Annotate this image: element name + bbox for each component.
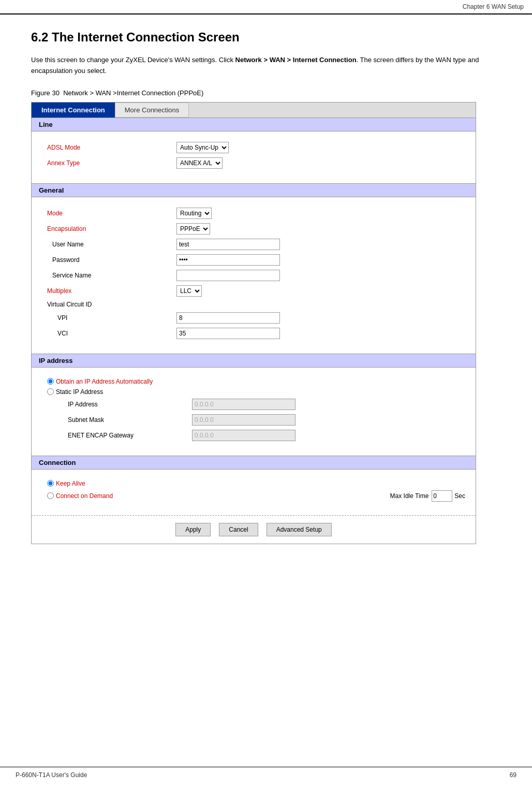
static-ip-row: Static IP Address bbox=[42, 388, 465, 396]
subnet-mask-label: Subnet Mask bbox=[57, 416, 192, 423]
username-label: User Name bbox=[42, 241, 176, 248]
section-general-header: General bbox=[32, 183, 476, 197]
connect-demand-label: Connect on Demand bbox=[56, 492, 113, 500]
tab-more-connections[interactable]: More Connections bbox=[115, 103, 189, 118]
adsl-mode-label: ADSL Mode bbox=[42, 144, 176, 151]
mode-select[interactable]: Routing Bridge bbox=[176, 208, 212, 219]
annex-type-select[interactable]: ANNEX A/L ANNEX B ANNEX M bbox=[176, 157, 223, 169]
max-idle-time-label: Max Idle Time bbox=[390, 492, 429, 500]
footer-left: P-660N-T1A User's Guide bbox=[16, 771, 87, 779]
static-ip-label: Static IP Address bbox=[56, 388, 103, 396]
service-name-control bbox=[176, 270, 465, 281]
chapter-title: 6.2 The Internet Connection Screen bbox=[31, 30, 501, 45]
subnet-mask-control bbox=[192, 414, 465, 426]
multiplex-row: Multiplex LLC VC bbox=[42, 285, 465, 297]
vpi-input[interactable] bbox=[176, 312, 280, 324]
section-line-header: Line bbox=[32, 118, 476, 132]
tab-bar: Internet Connection More Connections bbox=[32, 103, 476, 118]
username-input[interactable] bbox=[176, 239, 280, 250]
button-bar: Apply Cancel Advanced Setup bbox=[32, 515, 476, 544]
enet-gateway-row: ENET ENCAP Gateway bbox=[42, 430, 465, 441]
figure-caption: Figure 30 Network > WAN >Internet Connec… bbox=[31, 89, 501, 97]
vci-input[interactable] bbox=[176, 328, 280, 339]
annex-type-label: Annex Type bbox=[42, 159, 176, 167]
service-name-label: Service Name bbox=[42, 272, 176, 279]
mode-row: Mode Routing Bridge bbox=[42, 208, 465, 219]
vpi-control bbox=[176, 312, 465, 324]
section-ip-header: IP address bbox=[32, 354, 476, 368]
vpi-row: VPI bbox=[42, 312, 465, 324]
password-label: Password bbox=[42, 256, 176, 264]
password-control bbox=[176, 254, 465, 266]
vci-control bbox=[176, 328, 465, 339]
screen-container: Internet Connection More Connections Lin… bbox=[31, 102, 476, 544]
multiplex-label: Multiplex bbox=[42, 287, 176, 295]
subnet-mask-input[interactable] bbox=[192, 414, 295, 426]
encapsulation-control: PPPoE PPPoA IPoE IPoA bbox=[176, 223, 465, 235]
adsl-mode-row: ADSL Mode Auto Sync-Up bbox=[42, 142, 465, 153]
tab-internet-connection[interactable]: Internet Connection bbox=[32, 103, 115, 118]
multiplex-select[interactable]: LLC VC bbox=[176, 285, 202, 297]
page-header: Chapter 6 WAN Setup bbox=[0, 0, 532, 14]
footer-right: 69 bbox=[510, 771, 516, 779]
keep-alive-row: Keep Alive bbox=[42, 480, 465, 487]
section-general-body: Mode Routing Bridge Encapsulation PPPoE … bbox=[32, 197, 476, 354]
virtual-circuit-label: Virtual Circuit ID bbox=[42, 301, 176, 308]
username-control bbox=[176, 239, 465, 250]
obtain-auto-label: Obtain an IP Address Automatically bbox=[56, 378, 153, 385]
vpi-label: VPI bbox=[42, 314, 176, 322]
main-content: 6.2 The Internet Connection Screen Use t… bbox=[0, 14, 532, 575]
ip-address-row: IP Address bbox=[42, 399, 465, 410]
obtain-auto-row: Obtain an IP Address Automatically bbox=[42, 378, 465, 385]
max-idle-time-input[interactable] bbox=[432, 490, 452, 502]
connect-demand-row: Connect on Demand Max Idle Time Sec bbox=[42, 490, 465, 502]
keep-alive-radio[interactable] bbox=[47, 480, 54, 487]
static-ip-radio[interactable] bbox=[47, 388, 54, 395]
password-input[interactable] bbox=[176, 254, 280, 266]
keep-alive-label: Keep Alive bbox=[56, 480, 85, 487]
service-name-input[interactable] bbox=[176, 270, 280, 281]
section-connection-header: Connection bbox=[32, 456, 476, 470]
cancel-button[interactable]: Cancel bbox=[219, 523, 258, 536]
annex-type-row: Annex Type ANNEX A/L ANNEX B ANNEX M bbox=[42, 157, 465, 169]
obtain-auto-radio[interactable] bbox=[47, 378, 54, 385]
service-name-row: Service Name bbox=[42, 270, 465, 281]
vci-label: VCI bbox=[42, 330, 176, 337]
sec-label: Sec bbox=[454, 492, 465, 500]
section-line-body: ADSL Mode Auto Sync-Up Annex Type ANNEX … bbox=[32, 132, 476, 183]
section-ip-body: Obtain an IP Address Automatically Stati… bbox=[32, 368, 476, 456]
ip-address-control bbox=[192, 399, 465, 410]
username-row: User Name bbox=[42, 239, 465, 250]
page-footer: P-660N-T1A User's Guide 69 bbox=[0, 767, 532, 779]
adsl-mode-control: Auto Sync-Up bbox=[176, 142, 465, 153]
encapsulation-select[interactable]: PPPoE PPPoA IPoE IPoA bbox=[176, 223, 210, 235]
enet-gateway-control bbox=[192, 430, 465, 441]
adsl-mode-select[interactable]: Auto Sync-Up bbox=[176, 142, 229, 153]
chapter-header-text: Chapter 6 WAN Setup bbox=[463, 3, 524, 10]
apply-button[interactable]: Apply bbox=[175, 523, 211, 536]
vci-row: VCI bbox=[42, 328, 465, 339]
ip-address-label: IP Address bbox=[57, 401, 192, 408]
password-row: Password bbox=[42, 254, 465, 266]
ip-address-input[interactable] bbox=[192, 399, 295, 410]
annex-type-control: ANNEX A/L ANNEX B ANNEX M bbox=[176, 157, 465, 169]
section-connection-body: Keep Alive Connect on Demand Max Idle Ti… bbox=[32, 470, 476, 515]
encapsulation-row: Encapsulation PPPoE PPPoA IPoE IPoA bbox=[42, 223, 465, 235]
subnet-mask-row: Subnet Mask bbox=[42, 414, 465, 426]
mode-label: Mode bbox=[42, 210, 176, 217]
connect-demand-radio[interactable] bbox=[47, 492, 54, 499]
multiplex-control: LLC VC bbox=[176, 285, 465, 297]
mode-control: Routing Bridge bbox=[176, 208, 465, 219]
intro-paragraph: Use this screen to change your ZyXEL Dev… bbox=[31, 55, 501, 77]
enet-gateway-label: ENET ENCAP Gateway bbox=[57, 432, 192, 439]
advanced-setup-button[interactable]: Advanced Setup bbox=[267, 523, 332, 536]
virtual-circuit-row: Virtual Circuit ID bbox=[42, 301, 465, 308]
enet-gateway-input[interactable] bbox=[192, 430, 295, 441]
encapsulation-label: Encapsulation bbox=[42, 225, 176, 232]
